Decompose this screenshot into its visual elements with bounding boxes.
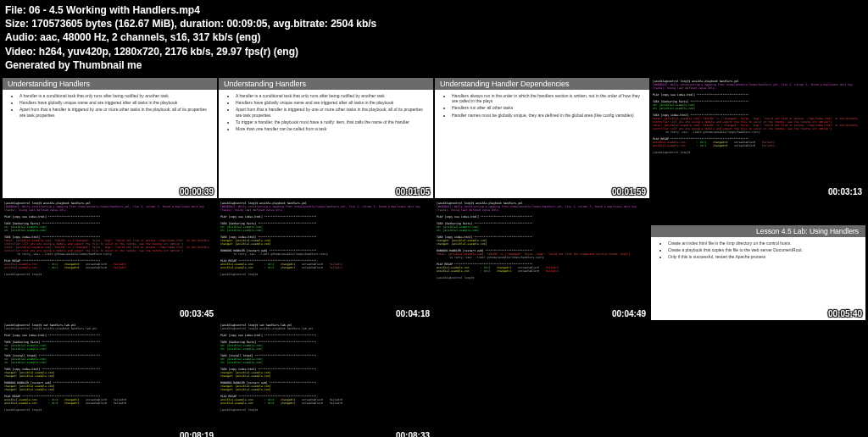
bullet: Handlers run after all other tasks: [452, 105, 641, 110]
slide-title: Understanding Handlers: [219, 78, 433, 90]
slide-title: Understanding Handler Dependencies: [435, 78, 649, 90]
thumbnail-grid: Understanding Handlers A handler is a co…: [0, 75, 868, 437]
timestamp: 00:03:13: [828, 187, 862, 196]
terminal-output: [ansible@control loop]$ cat handlers-lab…: [3, 322, 217, 437]
bullet: Apart from that a handler is triggered b…: [236, 107, 425, 118]
timestamp: 00:05:40: [828, 309, 862, 318]
video-label: Video:: [5, 46, 36, 58]
terminal-output: [ansible@control loop]$ ansible-playbook…: [219, 200, 433, 320]
bullet: Handlers have globally unique name and a…: [19, 100, 209, 105]
video-value: h264, yuv420p, 1280x720, 2176 kb/s, 29.9…: [39, 46, 298, 58]
bullet: To trigger a handler, the playbook must …: [236, 119, 425, 124]
timestamp: 00:04:18: [396, 309, 430, 318]
generator-label: Generated by Thumbnail me: [5, 58, 863, 72]
audio-label: Audio:: [5, 31, 37, 43]
file-label: File:: [5, 4, 26, 16]
bullet: A handler is a conditional task that onl…: [236, 93, 425, 98]
bullet: More than one handler can be called from…: [236, 126, 425, 131]
file-info-header: File: 06 - 4.5 Working with Handlers.mp4…: [0, 0, 868, 75]
timestamp: 00:00:39: [180, 187, 214, 196]
slide-body: A handler is a conditional task that onl…: [219, 90, 433, 137]
thumbnail-3: Understanding Handler Dependencies Handl…: [435, 78, 649, 198]
bullet: Apart from that a handler is triggered b…: [19, 107, 209, 118]
thumbnail-4: [ansible@control loop]$ ansible-playbook…: [651, 78, 865, 198]
bullet: Handlers always run in the order in whic…: [452, 93, 641, 104]
thumbnail-6: [ansible@control loop]$ ansible-playbook…: [219, 200, 433, 320]
terminal-output: [ansible@control loop]$ ansible-playbook…: [435, 200, 649, 320]
file-value: 06 - 4.5 Working with Handlers.mp4: [29, 4, 200, 16]
slide-body: Handlers always run in the order in whic…: [435, 90, 649, 123]
thumbnail-10: [ansible@control loop]$ cat handlers-lab…: [219, 322, 433, 437]
audio-value: aac, 48000 Hz, 2 channels, s16, 317 kb/s…: [40, 31, 260, 43]
timestamp: 00:01:05: [396, 187, 430, 196]
thumbnail-1: Understanding Handlers A handler is a co…: [3, 78, 217, 198]
timestamp: 00:08:33: [396, 431, 430, 437]
timestamp: 00:08:19: [180, 431, 214, 437]
slide-title: Lesson 4.5 Lab: Using Handlers: [651, 225, 865, 237]
bullet: Only if this is successful, restart the …: [668, 254, 857, 259]
bullet: Create an index.html file in the /tmp di…: [668, 241, 857, 246]
thumbnail-2: Understanding Handlers A handler is a co…: [219, 78, 433, 198]
terminal-output: [ansible@control loop]$ ansible-playbook…: [651, 78, 865, 198]
bullet: Create a playbook that copies this file …: [668, 247, 857, 252]
thumbnail-5: [ansible@control loop]$ ansible-playbook…: [3, 200, 217, 320]
terminal-output: [ansible@control loop]$ cat handlers-lab…: [219, 322, 433, 437]
thumbnail-9: [ansible@control loop]$ cat handlers-lab…: [3, 322, 217, 437]
slide-body: Create an index.html file in the /tmp di…: [651, 237, 865, 265]
timestamp: 00:03:45: [180, 309, 214, 318]
bullet: Handler names must be globally unique, t…: [452, 113, 641, 118]
thumbnail-7: [ansible@control loop]$ ansible-playbook…: [435, 200, 649, 320]
size-label: Size:: [5, 18, 29, 30]
slide-title: Understanding Handlers: [3, 78, 217, 90]
size-value: 170573605 bytes (162.67 MiB), duration: …: [31, 18, 376, 30]
timestamp: 00:01:59: [612, 187, 646, 196]
terminal-output: [ansible@control loop]$ ansible-playbook…: [3, 200, 217, 320]
slide-body: A handler is a conditional task that onl…: [3, 90, 217, 123]
bullet: A handler is a conditional task that onl…: [19, 93, 209, 98]
thumbnail-8: Lesson 4.5 Lab: Using Handlers Create an…: [651, 200, 865, 320]
timestamp: 00:04:49: [612, 309, 646, 318]
bullet: Handlers have globally unique name and a…: [236, 100, 425, 105]
